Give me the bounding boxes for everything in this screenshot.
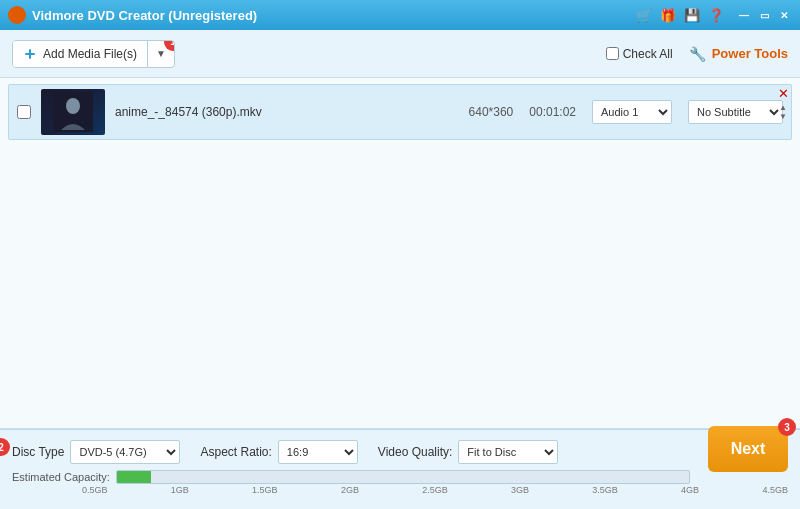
gift-icon[interactable]: 🎁 bbox=[660, 7, 676, 23]
tick-2: 1.5GB bbox=[252, 485, 278, 495]
video-quality-label: Video Quality: bbox=[378, 445, 453, 459]
add-icon bbox=[23, 47, 37, 61]
video-quality-select[interactable]: Fit to Disc High Medium Low bbox=[458, 440, 558, 464]
aspect-ratio-select[interactable]: 16:9 4:3 bbox=[278, 440, 358, 464]
row-checkbox[interactable] bbox=[17, 105, 31, 119]
file-thumbnail bbox=[41, 89, 105, 135]
file-name: anime_-_84574 (360p).mkv bbox=[115, 105, 459, 119]
next-button[interactable]: Next 3 bbox=[708, 426, 788, 472]
video-quality-field: Video Quality: Fit to Disc High Medium L… bbox=[378, 440, 559, 464]
add-media-label: Add Media File(s) bbox=[43, 47, 137, 61]
disc-type-select[interactable]: DVD-5 (4.7G) DVD-9 (8.5G) Blu-ray 25G Bl… bbox=[70, 440, 180, 464]
title-bar: Vidmore DVD Creator (Unregistered) 🛒 🎁 💾… bbox=[0, 0, 800, 30]
app-title: Vidmore DVD Creator (Unregistered) bbox=[32, 8, 636, 23]
tick-1: 1GB bbox=[171, 485, 189, 495]
tick-8: 4.5GB bbox=[762, 485, 788, 495]
toolbar-right: Check All 🔧 Power Tools bbox=[606, 46, 788, 62]
capacity-ticks: 0.5GB 1GB 1.5GB 2GB 2.5GB 3GB 3.5GB 4GB … bbox=[0, 485, 800, 495]
maximize-button[interactable]: ▭ bbox=[756, 7, 772, 23]
row-down-arrow[interactable]: ▼ bbox=[779, 113, 787, 121]
tick-7: 4GB bbox=[681, 485, 699, 495]
minimize-button[interactable]: — bbox=[736, 7, 752, 23]
table-row: anime_-_84574 (360p).mkv 640*360 00:01:0… bbox=[8, 84, 792, 140]
bottom-panel: 2 Disc Type DVD-5 (4.7G) DVD-9 (8.5G) Bl… bbox=[0, 429, 800, 509]
wrench-icon: 🔧 bbox=[689, 46, 706, 62]
power-tools-label: Power Tools bbox=[712, 46, 788, 61]
subtitle-select[interactable]: No Subtitle Subtitle 1 bbox=[688, 100, 783, 124]
capacity-bar-fill bbox=[117, 471, 151, 483]
row-up-arrow[interactable]: ▲ bbox=[779, 104, 787, 112]
app-icon bbox=[8, 6, 26, 24]
add-media-button-main[interactable]: Add Media File(s) bbox=[13, 41, 148, 67]
next-badge: 3 bbox=[778, 418, 796, 436]
add-media-button[interactable]: Add Media File(s) ▼ 1 bbox=[12, 40, 175, 68]
check-all-wrapper: Check All bbox=[606, 47, 673, 61]
thumbnail-svg bbox=[53, 92, 93, 132]
tick-4: 2.5GB bbox=[422, 485, 448, 495]
tick-3: 2GB bbox=[341, 485, 359, 495]
aspect-ratio-field: Aspect Ratio: 16:9 4:3 bbox=[200, 440, 357, 464]
window-controls: — ▭ ✕ bbox=[736, 7, 792, 23]
file-resolution: 640*360 bbox=[469, 105, 514, 119]
audio-select[interactable]: Audio 1 Audio 2 bbox=[592, 100, 672, 124]
disc-type-field: Disc Type DVD-5 (4.7G) DVD-9 (8.5G) Blu-… bbox=[12, 440, 180, 464]
file-list-area: anime_-_84574 (360p).mkv 640*360 00:01:0… bbox=[0, 78, 800, 429]
aspect-ratio-label: Aspect Ratio: bbox=[200, 445, 271, 459]
next-button-label: Next bbox=[731, 440, 766, 458]
save-icon[interactable]: 💾 bbox=[684, 7, 700, 23]
bottom-badge: 2 bbox=[0, 438, 10, 456]
file-duration: 00:01:02 bbox=[529, 105, 576, 119]
capacity-bar bbox=[116, 470, 690, 484]
cart-icon[interactable]: 🛒 bbox=[636, 7, 652, 23]
file-meta: 640*360 00:01:02 Audio 1 Audio 2 No Subt… bbox=[469, 100, 783, 124]
row-arrows: ▲ ▼ bbox=[779, 85, 787, 139]
estimated-capacity-label: Estimated Capacity: bbox=[12, 471, 110, 483]
check-all-checkbox[interactable] bbox=[606, 47, 619, 60]
tick-0: 0.5GB bbox=[82, 485, 108, 495]
bottom-settings-row: 2 Disc Type DVD-5 (4.7G) DVD-9 (8.5G) Bl… bbox=[0, 430, 800, 468]
power-tools-button[interactable]: 🔧 Power Tools bbox=[689, 46, 788, 62]
svg-point-1 bbox=[66, 98, 80, 114]
disc-type-label: Disc Type bbox=[12, 445, 64, 459]
capacity-row: Estimated Capacity: bbox=[0, 468, 800, 484]
help-icon[interactable]: ❓ bbox=[708, 7, 724, 23]
tick-5: 3GB bbox=[511, 485, 529, 495]
toolbar: Add Media File(s) ▼ 1 Check All 🔧 Power … bbox=[0, 30, 800, 78]
window-icon-group: 🛒 🎁 💾 ❓ bbox=[636, 7, 724, 23]
close-button[interactable]: ✕ bbox=[776, 7, 792, 23]
thumbnail-image bbox=[41, 89, 105, 135]
tick-6: 3.5GB bbox=[592, 485, 618, 495]
check-all-label: Check All bbox=[623, 47, 673, 61]
